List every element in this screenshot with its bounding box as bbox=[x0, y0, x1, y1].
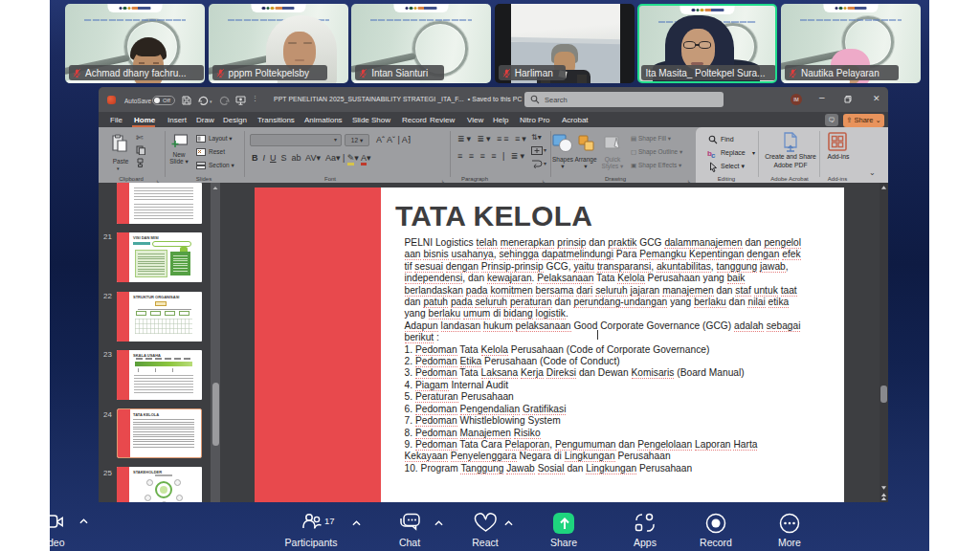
svg-text:c: c bbox=[711, 151, 716, 158]
